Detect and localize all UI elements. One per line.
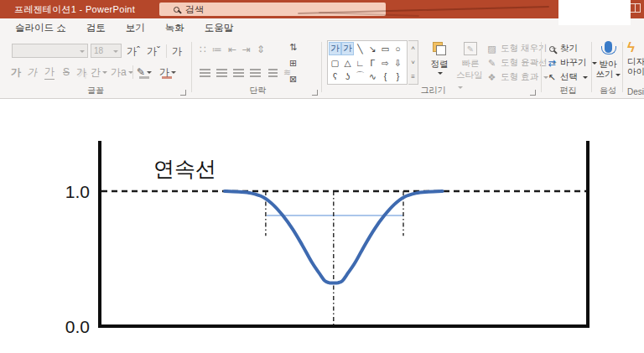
search-icon [174,7,179,13]
microphone-icon [605,41,612,53]
chevron-down-icon [102,71,107,76]
y-tick-label: 0.0 [65,317,90,336]
titlebar: 프레젠테이션1 - PowerPoint 검색 [0,0,644,18]
underline-button[interactable]: 가 [42,65,57,80]
shape-icon[interactable]: 가 [341,42,354,55]
chart-title: 연속선 [153,157,216,180]
align-center-icon[interactable] [216,69,227,77]
text-shadow-button[interactable]: 가 [74,65,89,80]
ribbon-tab[interactable]: 녹화 [155,18,195,37]
drawing-dialog-launcher[interactable] [530,90,536,96]
text-split-icon[interactable]: ≋ [283,67,291,78]
shape-icon[interactable]: ⇩ [392,56,404,70]
shape-outline-icon: ✎ [486,58,497,69]
font-size-combo[interactable]: 18 [91,44,122,58]
clear-formatting-button[interactable]: 가 [169,44,184,59]
ribbon-tabs: 슬라이드 쇼검토보기녹화도움말 [0,18,644,37]
character-spacing-button[interactable]: 간 [91,65,107,80]
paragraph-group: ∷≔⇤⇥⇕ ⇅⊞⊠ ≋ 단락 [195,37,321,99]
designer-group: ϟ 디자 아이 Desi [626,37,644,99]
align-right-icon[interactable] [233,69,244,77]
voice-group-label: 음성 [594,85,622,96]
shape-icon[interactable]: ⌒ [354,70,366,83]
dictate-button[interactable]: 받아 쓰기 [594,41,622,79]
shape-icon[interactable]: { [379,70,392,83]
editing-group-label: 편집 [545,85,591,96]
bold-button[interactable]: 가 [8,65,23,80]
chevron-down-icon [171,71,176,76]
paragraph-dialog-launcher[interactable] [312,90,318,96]
shape-icon[interactable]: ʖ [341,70,354,83]
align-justify-icon[interactable] [250,69,261,77]
editing-group: 찾기 ⇄ 바꾸기 ↖ 선택 편집 [545,37,591,99]
app-title: 프레젠테이션1 - PowerPoint [14,3,135,16]
strikethrough-button[interactable]: S [59,65,74,80]
arrange-button[interactable]: 정렬 [424,42,454,75]
select-cursor-icon: ↖ [547,72,557,83]
ribbon-tab[interactable]: 도움말 [195,18,244,37]
shape-fill-icon: ▨ [486,44,497,55]
shape-gallery-scroll[interactable]: ˄˅≡ [408,40,418,85]
chevron-down-icon [147,71,152,76]
chevron-down-icon [80,50,85,55]
shape-effects-button[interactable]: ❖도형 효과 [486,71,548,83]
italic-button[interactable]: 가 [23,65,42,80]
chevron-down-icon [113,50,118,55]
paragraph-icon[interactable]: ∷ [200,44,206,55]
shape-icon[interactable]: 가 [329,42,341,55]
replace-button[interactable]: ⇄ 바꾸기 [547,57,597,69]
ribbon: 18 가ˆ 가ˇ 가 가 가 가 S 가 간 가a ✎ 가 글꼴 ∷≔⇤⇥⇕ ⇅… [0,37,644,99]
font-group-label: 글꼴 [0,85,191,96]
voice-group: 받아 쓰기 음성 [594,37,622,99]
shape-icon[interactable]: ʕ [329,70,341,83]
paragraph-extra-icon[interactable]: ⇅ [289,42,297,53]
paragraph-icon[interactable]: ⇕ [257,44,265,55]
designer-lightning-icon: ϟ [627,39,644,56]
font-color-button[interactable]: 가 [159,65,176,80]
overlay-white-window [558,0,631,25]
font-dialog-launcher[interactable] [180,90,186,96]
paragraph-group-label: 단락 [195,85,321,96]
chevron-down-icon [615,74,621,79]
designer-group-label: Desi [626,87,644,96]
shape-icon[interactable]: ○ [392,42,404,55]
ribbon-tab[interactable]: 보기 [116,18,155,37]
window-restore-icon[interactable] [630,3,641,13]
paragraph-icon[interactable]: ≔ [212,44,222,55]
shape-icon[interactable]: △ [341,56,354,70]
slide-chart: 1.00.0연속선 [0,99,644,353]
replace-icon: ⇄ [547,58,557,69]
align-left-icon[interactable] [200,69,210,77]
shape-icon[interactable]: ⇨ [379,56,392,70]
shape-gallery: 가가╲↘▭○ ▢△∟Γ⇨⇩ ʕʖ⌒∿{} [327,40,408,85]
search-placeholder: 검색 [185,3,204,16]
y-tick-label: 1.0 [65,182,90,201]
shape-icon[interactable]: ▢ [329,56,341,70]
shape-icon[interactable]: } [392,70,404,83]
paragraph-icon[interactable]: ⇥ [242,44,251,55]
shape-effects-icon: ❖ [486,72,497,83]
shape-icon[interactable]: Γ [366,56,379,70]
shape-icon[interactable]: ∟ [354,56,366,70]
select-button[interactable]: ↖ 선택 [547,71,588,83]
paragraph-icon[interactable]: ⇤ [228,44,236,55]
highlight-color-button[interactable]: ✎ [137,65,152,80]
arrange-icon [433,42,447,56]
shrink-font-button[interactable]: 가ˇ [146,44,161,59]
change-case-button[interactable]: 가a [111,65,133,80]
slide-canvas[interactable]: 1.00.0연속선 [0,99,644,353]
shape-icon[interactable]: ▭ [379,42,392,55]
find-icon [547,44,557,54]
quick-styles-icon [464,42,477,55]
find-button[interactable]: 찾기 [547,43,578,55]
columns-icon[interactable] [267,69,278,77]
font-name-combo[interactable] [12,44,88,58]
chevron-down-icon [438,72,443,77]
ribbon-tab[interactable]: 슬라이드 쇼 [5,18,76,37]
grow-font-button[interactable]: 가ˆ [126,44,141,59]
designer-button[interactable]: ϟ 디자 아이 [626,39,644,76]
shape-icon[interactable]: ↘ [366,42,379,55]
ribbon-tab[interactable]: 검토 [76,18,116,37]
shape-icon[interactable]: ╲ [354,42,366,55]
shape-icon[interactable]: ∿ [366,70,379,83]
